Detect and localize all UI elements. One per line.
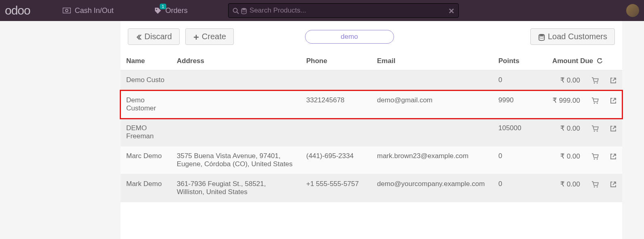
search-icon <box>233 7 239 14</box>
product-search-input[interactable] <box>250 6 449 15</box>
customer-search-input[interactable] <box>305 30 394 44</box>
cell-address <box>171 70 301 91</box>
svg-point-16 <box>594 102 595 104</box>
cell-amount: ₹ 999.00 <box>529 91 586 118</box>
svg-point-14 <box>597 82 598 83</box>
create-button[interactable]: Create <box>185 28 234 45</box>
logo: odoo <box>5 4 30 17</box>
cell-points: 0 <box>493 174 529 202</box>
svg-point-20 <box>597 130 598 131</box>
cash-icon <box>63 8 71 13</box>
cell-points: 0 <box>493 146 529 174</box>
cell-name: Demo Customer <box>121 91 171 118</box>
svg-point-12 <box>539 36 544 38</box>
cart-icon[interactable] <box>591 76 599 84</box>
cart-icon[interactable] <box>591 180 599 188</box>
external-link-icon[interactable] <box>610 180 616 188</box>
svg-point-1 <box>66 9 68 12</box>
header-amount-due[interactable]: Amount Due <box>529 52 604 70</box>
svg-point-17 <box>597 102 598 104</box>
table-row[interactable]: Demo Custo0₹ 0.00 <box>121 70 622 91</box>
create-label: Create <box>202 32 226 41</box>
svg-point-5 <box>241 8 246 10</box>
cell-phone: 3321245678 <box>301 91 371 118</box>
database-icon <box>538 32 545 41</box>
cell-email: demo@gmail.com <box>371 91 493 118</box>
cell-phone: (441)-695-2334 <box>301 146 371 174</box>
chevron-left-icon <box>136 32 142 41</box>
user-avatar[interactable] <box>626 4 639 17</box>
cell-email: demo@yourcompany.example.com <box>371 174 493 202</box>
svg-point-13 <box>594 82 595 83</box>
svg-point-3 <box>233 8 237 12</box>
external-link-icon[interactable] <box>610 152 616 160</box>
cash-label: Cash In/Out <box>75 6 114 15</box>
cell-address <box>171 118 301 146</box>
svg-line-24 <box>613 154 616 157</box>
table-row[interactable]: Demo Customer3321245678demo@gmail.com999… <box>121 91 622 118</box>
cash-in-out-button[interactable]: Cash In/Out <box>63 6 114 15</box>
customer-table: Name Address Phone Email Points Amount D… <box>121 52 622 202</box>
cell-points: 0 <box>493 70 529 91</box>
svg-line-15 <box>613 78 616 81</box>
product-search[interactable] <box>228 3 459 18</box>
cell-name: Marc Demo <box>121 146 171 174</box>
cell-email: mark.brown23@example.com <box>371 146 493 174</box>
cell-points: 105000 <box>493 118 529 146</box>
table-row[interactable]: DEMO Freeman105000₹ 0.00 <box>121 118 622 146</box>
cell-name: Mark Demo <box>121 174 171 202</box>
svg-point-11 <box>539 34 544 36</box>
header-phone[interactable]: Phone <box>301 52 371 70</box>
svg-line-21 <box>613 126 616 129</box>
plus-icon <box>193 32 199 41</box>
orders-badge: 1 <box>160 4 166 9</box>
discard-label: Discard <box>144 32 172 41</box>
load-label: Load Customers <box>548 32 607 41</box>
cell-phone <box>301 118 371 146</box>
header-email[interactable]: Email <box>371 52 493 70</box>
cell-phone: +1 555-555-5757 <box>301 174 371 202</box>
external-link-icon[interactable] <box>610 96 616 104</box>
cell-address: 361-7936 Feugiat St., 58521, Williston, … <box>171 174 301 202</box>
svg-point-19 <box>594 130 595 131</box>
cell-amount: ₹ 0.00 <box>529 174 586 202</box>
cell-email <box>371 118 493 146</box>
orders-button[interactable]: 1 Orders <box>154 6 188 15</box>
cart-icon[interactable] <box>591 124 599 132</box>
discard-button[interactable]: Discard <box>128 28 180 45</box>
load-customers-button[interactable]: Load Customers <box>530 28 615 45</box>
cell-amount: ₹ 0.00 <box>529 70 586 91</box>
cell-name: Demo Custo <box>121 70 171 91</box>
cart-icon[interactable] <box>591 152 599 160</box>
refresh-icon[interactable] <box>597 57 603 65</box>
top-navbar: odoo Cash In/Out 1 Orders <box>0 0 644 21</box>
cell-email <box>371 70 493 91</box>
svg-point-23 <box>597 158 598 159</box>
svg-rect-0 <box>63 8 70 13</box>
table-row[interactable]: Mark Demo361-7936 Feugiat St., 58521, Wi… <box>121 174 622 202</box>
clear-search-icon[interactable] <box>449 7 454 14</box>
table-row[interactable]: Marc Demo3575 Buena Vista Avenue, 97401,… <box>121 146 622 174</box>
database-icon <box>241 7 247 14</box>
cell-points: 9990 <box>493 91 529 118</box>
external-link-icon[interactable] <box>610 124 616 132</box>
svg-line-4 <box>237 12 239 14</box>
svg-point-25 <box>594 186 595 187</box>
svg-point-2 <box>156 9 157 10</box>
svg-line-18 <box>613 98 616 101</box>
external-link-icon[interactable] <box>610 76 616 84</box>
header-points[interactable]: Points <box>493 52 529 70</box>
cell-address <box>171 91 301 118</box>
customer-panel: Discard Create Load Customers Name Ad <box>121 21 622 239</box>
tag-icon: 1 <box>154 7 161 14</box>
cell-address: 3575 Buena Vista Avenue, 97401, Eugene, … <box>171 146 301 174</box>
cell-name: DEMO Freeman <box>121 118 171 146</box>
header-address[interactable]: Address <box>171 52 301 70</box>
cell-phone <box>301 70 371 91</box>
cell-amount: ₹ 0.00 <box>529 146 586 174</box>
svg-point-6 <box>241 10 246 12</box>
cart-icon[interactable] <box>591 96 599 104</box>
orders-label: Orders <box>165 6 188 15</box>
header-name[interactable]: Name <box>121 52 171 70</box>
header-external <box>604 52 622 70</box>
